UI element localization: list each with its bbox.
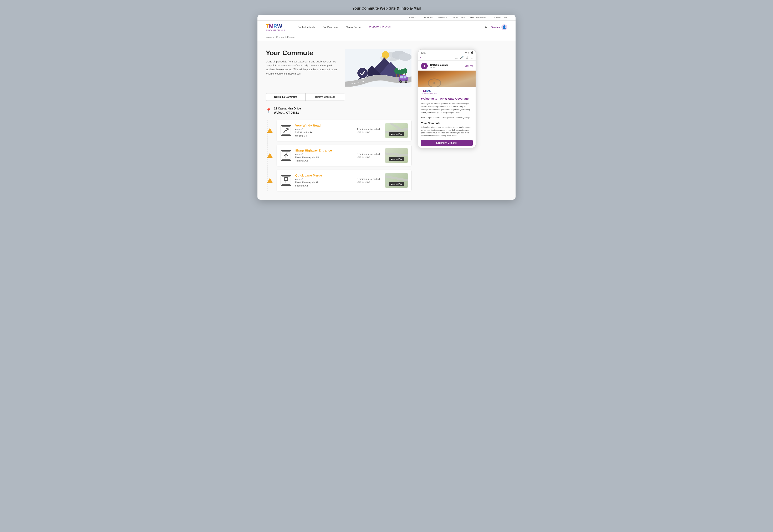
avatar: 👤: [501, 24, 507, 30]
warning-badge-3: !: [267, 178, 273, 183]
incident-location-1: 535 Woodtick Rd Wolcott, CT: [295, 131, 353, 137]
phone-time: 11:07: [421, 52, 426, 54]
incident-location-3: Merritt Parkway MM32 Stratford, CT: [295, 181, 353, 187]
archive-icon[interactable]: 🗂: [471, 56, 473, 59]
map-thumb-3: View on Map: [385, 173, 408, 188]
svg-point-16: [403, 68, 407, 74]
top-nav-about[interactable]: About: [409, 16, 417, 19]
top-nav-careers[interactable]: Careers: [422, 16, 433, 19]
wifi-icon: ∿: [467, 52, 469, 54]
back-icon[interactable]: ‹: [420, 56, 421, 59]
search-icon[interactable]: ⚲: [485, 25, 487, 30]
explore-commute-btn[interactable]: Explore My Commute: [421, 140, 473, 146]
trash-icon[interactable]: 🗑: [466, 56, 469, 59]
logo-tagline: INSURANCE FOR YOU: [266, 29, 285, 31]
breadcrumb-separator: /: [273, 36, 274, 39]
incident-name-3: Quick Lane Merge: [295, 174, 353, 177]
svg-rect-19: [400, 76, 403, 78]
svg-point-5: [382, 51, 389, 59]
incidents-count-3: 8 Incidents Reported: [357, 178, 382, 181]
phone-email-welcome-body: Thank you for choosing TMRW for your aut…: [421, 102, 473, 114]
incident-card-1: Very Windy Road Area of 535 Woodtick Rd …: [277, 120, 411, 141]
svg-point-24: [405, 81, 407, 82]
phone-email-actions: … 🎤 🗑 🗂: [455, 56, 473, 59]
top-nav-contact[interactable]: Contact Us: [493, 16, 507, 19]
incident-card-3: Quick Lane Merge Area of Merritt Parkway…: [277, 170, 411, 191]
incidents-list: ! Very Windy R: [272, 120, 411, 191]
svg-text:!: !: [270, 179, 271, 183]
email-sender-info: TMRW Insurance To You: [430, 64, 463, 68]
commute-text: Your Commute Using pinpoint data from ou…: [266, 49, 341, 76]
email-hero-image: [418, 71, 476, 87]
incidents-count-2: 6 Incidents Reported: [357, 153, 382, 156]
address-text: 12 Cassandra Drive Wolcott, CT 06811: [274, 107, 301, 115]
incident-row: ! Very Windy R: [272, 120, 411, 141]
nav-for-business[interactable]: For Business: [322, 26, 338, 29]
view-on-map-btn-2[interactable]: View on Map: [389, 157, 404, 161]
incident-stats-2: 6 Incidents Reported Last 60 Days: [357, 153, 382, 158]
svg-text:!: !: [270, 129, 271, 133]
nav-prepare-prevent[interactable]: Prepare & Prevent: [369, 25, 391, 29]
top-nav-sustainability[interactable]: Sustainability: [470, 16, 488, 19]
email-time: 10:59 AM: [465, 65, 473, 67]
incident-name-2: Sharp Highway Entrance: [295, 149, 353, 152]
email-sender-avatar: T: [421, 63, 428, 69]
incident-info-2: Sharp Highway Entrance Area of Merritt P…: [295, 149, 353, 162]
incident-info-1: Very Windy Road Area of 535 Woodtick Rd …: [295, 124, 353, 137]
incident-location-2: Merritt Parkway MM 65 Trumbull, CT: [295, 156, 353, 162]
address-row: 📍 12 Cassandra Drive Wolcott, CT 06811: [266, 107, 411, 115]
user-menu[interactable]: Derrick 👤: [491, 24, 507, 30]
nav-claim-center[interactable]: Claim Center: [346, 26, 362, 29]
phone-section-body: Using pinpoint data from our past claims…: [421, 126, 473, 137]
svg-point-25: [357, 68, 368, 78]
top-nav-investors[interactable]: Investors: [452, 16, 465, 19]
svg-text:!: !: [270, 154, 271, 158]
nav-links: For Individuals For Business Claim Cente…: [297, 25, 485, 29]
svg-point-3: [399, 53, 411, 61]
more-icon[interactable]: …: [455, 56, 458, 59]
microphone-icon[interactable]: 🎤: [460, 56, 464, 59]
content-area: Your Commute Using pinpoint data from ou…: [257, 41, 516, 200]
road-sign-arrow: [280, 150, 292, 161]
commute-description: Using pinpoint data from our past claims…: [266, 60, 341, 76]
incident-area-label-1: Area of: [295, 128, 353, 131]
top-nav-agents[interactable]: Agents: [438, 16, 447, 19]
nav-for-individuals[interactable]: For Individuals: [297, 26, 315, 29]
signal-icon: ▪▪▪: [465, 52, 467, 54]
incident-row-2: ! Sharp Highwa: [272, 145, 411, 166]
email-to: To You: [430, 66, 463, 68]
top-nav: About Careers Agents Investors Sustainab…: [257, 15, 516, 21]
commute-hero: Your Commute Using pinpoint data from ou…: [266, 49, 411, 87]
browser-window: About Careers Agents Investors Sustainab…: [257, 15, 516, 200]
nav-right: ⚲ Derrick 👤: [485, 24, 507, 30]
svg-point-22: [400, 81, 401, 82]
email-header: T TMRW Insurance To You 10:59 AM: [418, 61, 476, 71]
warning-badge-2: !: [267, 153, 273, 158]
road-sign-merge: [280, 175, 292, 186]
logo[interactable]: TMRW INSURANCE FOR YOU: [266, 24, 285, 31]
breadcrumb: Home / Prepare & Prevent: [257, 34, 516, 41]
tab-tricias-commute[interactable]: Tricia's Commute: [306, 93, 345, 101]
warning-badge-1: !: [267, 128, 273, 133]
main-nav: TMRW INSURANCE FOR YOU For Individuals F…: [257, 21, 516, 34]
battery-icon: ▮: [470, 51, 473, 54]
phone-email-body: Welcome to TMRW Auto Coverage Thank you …: [418, 95, 476, 148]
incident-area-label-3: Area of: [295, 178, 353, 180]
map-pin-icon: 📍: [266, 108, 271, 113]
tab-derricks-commute[interactable]: Derrick's Commute: [266, 93, 305, 101]
view-on-map-btn-3[interactable]: View on Map: [389, 182, 404, 186]
phone-email-nav: ‹ … 🎤 🗑 🗂: [418, 55, 476, 61]
phone-mockup: 11:07 ▪▪▪ ∿ ▮ ‹ … 🎤 🗑 🗂 T: [418, 49, 476, 148]
phone-status-icons: ▪▪▪ ∿ ▮: [465, 51, 473, 54]
incidents-period-3: Last 60 Days: [357, 181, 382, 183]
phone-email-logo: TMRW INSURANCE FOR YOU: [418, 87, 476, 95]
view-on-map-btn-1[interactable]: View on Map: [389, 132, 404, 136]
incidents-period-2: Last 60 Days: [357, 156, 382, 158]
incidents-period-1: Last 60 Days: [357, 131, 382, 133]
phone-email-resources-intro: Here are just a few resources you can st…: [421, 116, 473, 119]
incident-row-3: !: [272, 170, 411, 191]
commute-heading: Your Commute: [266, 49, 341, 57]
incident-stats-3: 8 Incidents Reported Last 60 Days: [357, 178, 382, 183]
breadcrumb-current: Prepare & Prevent: [276, 36, 295, 39]
breadcrumb-home[interactable]: Home: [266, 36, 272, 39]
